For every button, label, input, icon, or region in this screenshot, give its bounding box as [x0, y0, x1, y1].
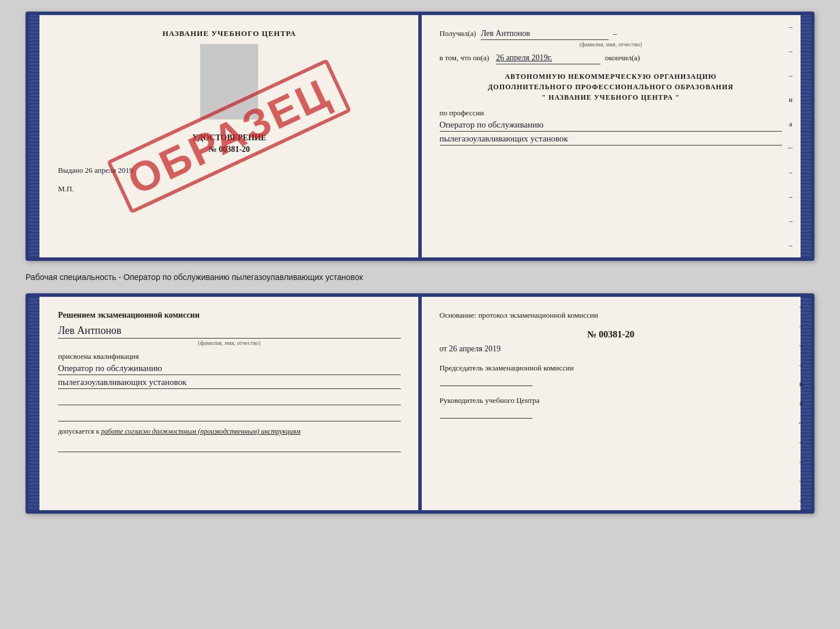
vydano-date: 26 апреля 2019	[85, 166, 133, 174]
cert-school-title: НАЗВАНИЕ УЧЕБНОГО ЦЕНТРА	[58, 29, 401, 38]
cert-udostoverenie-label: УДОСТОВЕРЕНИЕ	[58, 133, 401, 143]
dopuskaetsya-value: работе согласно должностным (производств…	[101, 427, 300, 435]
blank-line-3	[58, 442, 401, 452]
diploma-right-page: Основание: протокол экзаменационной коми…	[421, 297, 801, 510]
separator-label: Рабочая специальность - Оператор по обсл…	[26, 270, 814, 284]
vydano-label: Выдано	[58, 166, 83, 174]
dopuskaetsya-section: допускается к работе согласно должностны…	[58, 427, 401, 436]
resheniem-title: Решением экзаменационной комиссии	[58, 311, 401, 320]
vtom-row: в том, что он(а) 26 апреля 2019г. окончи…	[440, 53, 783, 64]
kvalif-line1: Оператор по обслуживанию	[58, 363, 401, 375]
diploma-fio-subtitle: (фамилия, имя, отчество)	[58, 338, 401, 346]
profession-line1: Оператор по обслуживанию	[440, 120, 783, 132]
predsedatel-section: Председатель экзаменационной комиссии	[440, 363, 783, 386]
poluchil-label: Получил(а)	[440, 29, 476, 38]
diploma-name: Лев Антпонов	[58, 325, 401, 337]
ot-label: от	[440, 344, 447, 353]
okончил-label: окончил(а)	[605, 53, 640, 63]
diploma-book-bottom: Решением экзаменационной комиссии Лев Ан…	[26, 293, 814, 514]
blank-line-2	[58, 411, 401, 421]
rukovoditel-sign-line	[440, 408, 533, 419]
photo-placeholder	[200, 44, 258, 119]
rukovoditel-section: Руководитель учебного Центра	[440, 395, 783, 419]
org-line1: АВТОНОМНУЮ НЕКОММЕРЧЕСКУЮ ОРГАНИЗАЦИЮ	[440, 71, 783, 82]
blank-line-1	[58, 395, 401, 405]
cert-number: № 00381-20	[58, 145, 401, 154]
ot-date: 26 апреля 2019	[449, 344, 501, 353]
osnovanie-label: Основание: протокол экзаменационной коми…	[440, 311, 783, 320]
profession-line2: пылегазоулавливающих установок	[440, 134, 783, 146]
predsedatel-sign-line	[440, 376, 533, 386]
diploma-left-page: Решением экзаменационной комиссии Лев Ан…	[39, 297, 421, 510]
certificate-book-top: НАЗВАНИЕ УЧЕБНОГО ЦЕНТРА УДОСТОВЕРЕНИЕ №…	[26, 12, 814, 261]
vtom-label: в том, что он(а)	[440, 53, 490, 63]
left-spine-texture	[29, 15, 39, 257]
org-title: АВТОНОМНУЮ НЕКОММЕРЧЕСКУЮ ОРГАНИЗАЦИЮ ДО…	[440, 71, 783, 103]
diploma-right-spine	[801, 297, 811, 510]
kvalif-line2: пылегазоулавливающих установок	[58, 377, 401, 389]
cert-mp: М.П.	[58, 184, 401, 194]
predsedatel-label: Председатель экзаменационной комиссии	[440, 363, 783, 373]
cert-right-page: Получил(а) Лев Антпонов – (фамилия, имя,…	[421, 15, 801, 257]
dopuskaetsya-label: допускается к	[58, 427, 99, 435]
poluchil-row: Получил(а) Лев Антпонов –	[440, 29, 783, 40]
diploma-left-spine	[29, 297, 39, 510]
cert-left-page: НАЗВАНИЕ УЧЕБНОГО ЦЕНТРА УДОСТОВЕРЕНИЕ №…	[39, 15, 421, 257]
right-spine-texture	[801, 15, 811, 257]
prisvoena-label: присвоена квалификация	[58, 352, 401, 361]
vtom-date: 26 апреля 2019г.	[496, 53, 600, 64]
fio-subtitle-top: (фамилия, имя, отчество)	[440, 41, 783, 48]
profession-label: по профессии	[440, 108, 783, 118]
org-line3: " НАЗВАНИЕ УЧЕБНОГО ЦЕНТРА "	[440, 92, 783, 103]
cert-vydano: Выдано 26 апреля 2019	[58, 166, 401, 175]
protocol-number: № 00381-20	[440, 329, 783, 340]
right-side-marks: – – – и а ← – – – –	[788, 15, 794, 257]
poluchil-value: Лев Антпонов	[481, 29, 609, 40]
dash1: –	[613, 29, 617, 38]
rukovoditel-label: Руководитель учебного Центра	[440, 395, 783, 406]
protocol-date: от 26 апреля 2019	[440, 344, 783, 354]
org-line2: ДОПОЛНИТЕЛЬНОГО ПРОФЕССИОНАЛЬНОГО ОБРАЗО…	[440, 82, 783, 92]
